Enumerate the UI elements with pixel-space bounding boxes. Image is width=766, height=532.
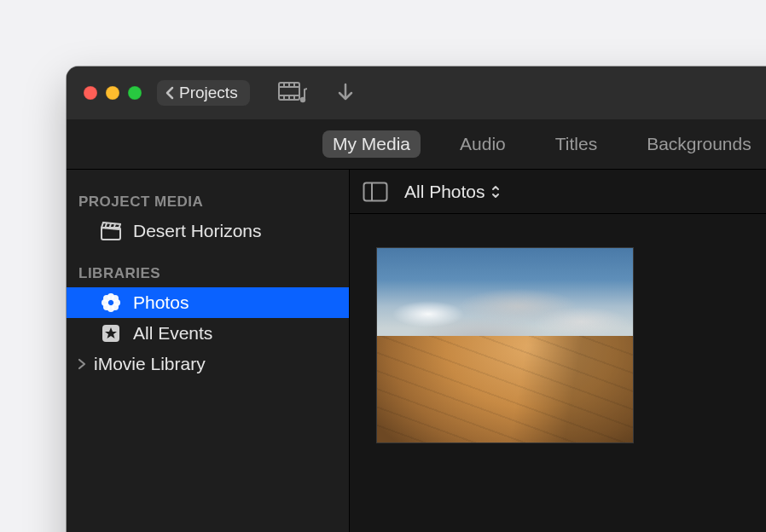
sidebar-item-label: All Events bbox=[133, 323, 212, 344]
filmstrip-music-icon bbox=[278, 82, 307, 104]
sidebar-section-libraries: LIBRARIES bbox=[67, 258, 349, 287]
svg-rect-24 bbox=[364, 182, 387, 200]
svg-point-22 bbox=[103, 295, 110, 302]
clapperboard-icon bbox=[101, 222, 121, 240]
window-zoom-button[interactable] bbox=[128, 86, 142, 100]
sidebar-item-label: Photos bbox=[133, 292, 189, 313]
updown-chevron-icon bbox=[490, 184, 501, 200]
sidebar-item-photos[interactable]: Photos bbox=[67, 287, 349, 318]
sidebar-item-label: Desert Horizons bbox=[133, 221, 262, 241]
photos-flower-icon bbox=[101, 292, 121, 313]
back-button-label: Projects bbox=[179, 84, 238, 102]
main-toolbar: All Photos bbox=[350, 170, 766, 214]
tab-my-media[interactable]: My Media bbox=[322, 130, 421, 158]
svg-point-20 bbox=[112, 304, 119, 310]
media-import-button[interactable] bbox=[274, 82, 311, 104]
dropdown-label: All Photos bbox=[404, 182, 485, 202]
sidebar-section-project-media: PROJECT MEDIA bbox=[67, 187, 349, 216]
download-button[interactable] bbox=[327, 83, 364, 103]
window-minimize-button[interactable] bbox=[106, 86, 119, 100]
sidebar: PROJECT MEDIA Desert Horizons LIBRARIES bbox=[67, 170, 350, 532]
sidebar-item-desert-horizons[interactable]: Desert Horizons bbox=[67, 216, 349, 246]
sidebar-panel-icon bbox=[363, 182, 388, 202]
titlebar: Projects bbox=[67, 66, 766, 119]
chevron-left-icon bbox=[164, 85, 176, 101]
tab-audio[interactable]: Audio bbox=[450, 130, 516, 158]
chevron-right-icon bbox=[77, 358, 87, 370]
media-grid bbox=[350, 214, 766, 532]
window-close-button[interactable] bbox=[84, 86, 97, 100]
sidebar-item-label: iMovie Library bbox=[94, 354, 206, 374]
photos-filter-dropdown[interactable]: All Photos bbox=[404, 182, 501, 202]
tab-titles[interactable]: Titles bbox=[545, 130, 607, 158]
sidebar-item-all-events[interactable]: All Events bbox=[67, 318, 349, 349]
back-to-projects-button[interactable]: Projects bbox=[157, 80, 250, 106]
star-square-icon bbox=[101, 324, 121, 343]
svg-point-19 bbox=[112, 295, 119, 302]
media-thumbnail[interactable] bbox=[377, 248, 633, 442]
sidebar-item-imovie-library[interactable]: iMovie Library bbox=[67, 349, 349, 379]
imovie-window: Projects My Me bbox=[67, 66, 766, 532]
svg-point-21 bbox=[103, 304, 110, 310]
download-arrow-icon bbox=[336, 83, 355, 103]
media-tabs: My Media Audio Titles Backgrounds bbox=[67, 119, 766, 169]
body: PROJECT MEDIA Desert Horizons LIBRARIES bbox=[67, 169, 766, 532]
tab-backgrounds[interactable]: Backgrounds bbox=[636, 130, 762, 158]
sidebar-toggle-button[interactable] bbox=[360, 182, 391, 202]
main-content: All Photos bbox=[350, 170, 766, 532]
traffic-lights bbox=[84, 86, 142, 100]
